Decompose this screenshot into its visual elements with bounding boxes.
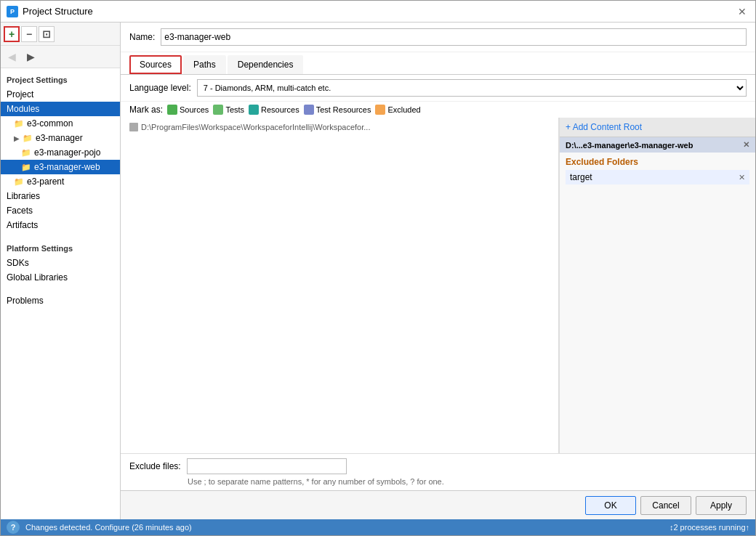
right-panel: Name: Sources Paths Dependencies Languag… [121, 23, 755, 519]
project-structure-window: P Project Structure ✕ + − ⊡ ◀ ▶ Project … [0, 0, 756, 536]
mark-as-label: Mark as: [129, 105, 163, 115]
folder-icon: 📁 [21, 163, 31, 172]
name-label: Name: [129, 32, 155, 42]
content-root-icon [129, 123, 138, 131]
module-label: e3-common [27, 118, 73, 129]
sidebar-item-project[interactable]: Project [1, 87, 120, 102]
module-label: e3-manager-pojo [34, 147, 100, 158]
exclude-files-row: Exclude files: [129, 458, 747, 474]
sidebar-item-artifacts[interactable]: Artifacts [1, 218, 120, 232]
content-area: D:\ProgramFiles\Workspace\WorkspaceforIn… [121, 118, 755, 453]
tab-paths[interactable]: Paths [183, 55, 226, 74]
sidebar-item-facets[interactable]: Facets [1, 203, 120, 218]
tab-dependencies[interactable]: Dependencies [228, 55, 304, 74]
ok-button[interactable]: OK [585, 496, 636, 515]
main-content: + − ⊡ ◀ ▶ Project Settings Project Modul… [1, 23, 755, 519]
language-level-label: Language level: [129, 83, 191, 93]
module-e3-manager-web[interactable]: 📁 e3-manager-web [1, 160, 120, 174]
add-content-root-button[interactable]: + Add Content Root [566, 122, 642, 132]
root-path: D:\ProgramFiles\Workspace\WorkspaceforIn… [141, 123, 370, 131]
app-icon: P [7, 6, 18, 17]
nav-row: ◀ ▶ [1, 46, 120, 68]
folder-icon: 📁 [21, 148, 31, 158]
libraries-label: Libraries [7, 191, 40, 201]
exclude-files-input[interactable] [187, 458, 347, 474]
status-bar: ? Changes detected. Configure (26 minute… [1, 519, 755, 535]
sidebar-item-sdks[interactable]: SDKs [1, 256, 120, 270]
copy-module-button[interactable]: ⊡ [39, 26, 55, 42]
problems-label: Problems [7, 296, 44, 306]
excluded-badge-icon [375, 105, 385, 115]
exclude-files-label: Exclude files: [129, 461, 181, 471]
window-title: Project Structure [23, 6, 93, 17]
content-roots-tree: D:\ProgramFiles\Workspace\WorkspaceforIn… [121, 118, 559, 453]
project-label: Project [7, 89, 33, 100]
folder-icon: 📁 [14, 177, 24, 187]
module-e3-manager[interactable]: ▶ 📁 e3-manager [1, 131, 120, 145]
back-button[interactable]: ◀ [4, 49, 20, 65]
sdks-label: SDKs [7, 258, 29, 268]
project-settings-label: Project Settings [1, 73, 120, 87]
module-label: e3-manager-web [34, 162, 100, 172]
language-level-row: Language level: 7 - Diamonds, ARM, multi… [121, 75, 755, 102]
folder-icon: 📁 [23, 134, 33, 143]
module-path-close-icon[interactable]: ✕ [743, 140, 749, 150]
excluded-section: Excluded Folders target ✕ [560, 153, 755, 189]
bottom-area: Exclude files: Use ; to separate name pa… [121, 453, 755, 490]
expand-arrow: ▶ [14, 134, 20, 142]
badge-resources[interactable]: Resources [249, 105, 299, 115]
tree-item-root[interactable]: D:\ProgramFiles\Workspace\WorkspaceforIn… [121, 121, 558, 134]
info-header: + Add Content Root [560, 118, 755, 137]
platform-settings-label: Platform Settings [1, 241, 120, 256]
apply-button[interactable]: Apply [696, 496, 747, 515]
info-panel: + Add Content Root D:\...e3-manager\e3-m… [559, 118, 755, 453]
dialog-footer: OK Cancel Apply [121, 490, 755, 519]
module-e3-common[interactable]: 📁 e3-common [1, 116, 120, 131]
name-input[interactable] [161, 28, 747, 46]
add-module-button[interactable]: + [4, 26, 20, 42]
excluded-item-target: target ✕ [566, 170, 749, 184]
artifacts-label: Artifacts [7, 220, 38, 230]
module-path-text: D:\...e3-manager\e3-manager-web [566, 141, 693, 150]
platform-settings-section: Platform Settings SDKs Global Libraries [1, 237, 120, 289]
status-text-left: Changes detected. Configure (26 minutes … [25, 523, 192, 532]
sidebar-item-global-libraries[interactable]: Global Libraries [1, 270, 120, 285]
sidebar-item-libraries[interactable]: Libraries [1, 189, 120, 203]
name-row: Name: [121, 23, 755, 52]
module-e3-manager-pojo[interactable]: 📁 e3-manager-pojo [1, 145, 120, 160]
exclude-hint: Use ; to separate name patterns, * for a… [129, 477, 747, 486]
facets-label: Facets [7, 206, 33, 216]
status-text-right: ↕2 processes running↑ [669, 523, 749, 532]
mark-as-row: Mark as: Sources Tests Resources Test Re… [121, 102, 755, 118]
badge-excluded[interactable]: Excluded [375, 105, 420, 115]
title-bar: P Project Structure ✕ [1, 1, 755, 23]
forward-button[interactable]: ▶ [23, 49, 39, 65]
remove-module-button[interactable]: − [21, 26, 37, 42]
tabs-row: Sources Paths Dependencies [121, 52, 755, 75]
cancel-button[interactable]: Cancel [640, 496, 691, 515]
module-e3-parent[interactable]: 📁 e3-parent [1, 174, 120, 189]
folder-icon: 📁 [14, 119, 24, 129]
excluded-folders-label: Excluded Folders [566, 157, 749, 167]
global-libraries-label: Global Libraries [7, 272, 68, 283]
badge-tests[interactable]: Tests [213, 105, 244, 115]
remove-excluded-icon[interactable]: ✕ [739, 173, 745, 182]
sidebar-toolbar: + − ⊡ [1, 23, 120, 46]
sources-badge-icon [167, 105, 177, 115]
modules-label: Modules [7, 104, 39, 114]
project-settings-section: Project Settings Project Modules 📁 e3-co… [1, 68, 120, 237]
badge-test-resources[interactable]: Test Resources [304, 105, 371, 115]
module-path-bar: D:\...e3-manager\e3-manager-web ✕ [560, 137, 755, 153]
tab-sources[interactable]: Sources [129, 55, 182, 74]
title-bar-left: P Project Structure [7, 6, 93, 17]
sidebar-item-problems[interactable]: Problems [1, 293, 120, 308]
problems-section: Problems [1, 289, 120, 312]
test-resources-badge-icon [304, 105, 314, 115]
badge-sources[interactable]: Sources [167, 105, 209, 115]
module-label: e3-manager [36, 133, 83, 143]
excluded-item-label: target [570, 172, 592, 182]
help-button[interactable]: ? [7, 521, 20, 534]
sidebar-item-modules[interactable]: Modules [1, 102, 120, 116]
language-level-select[interactable]: 7 - Diamonds, ARM, multi-catch etc. [197, 79, 747, 97]
close-button[interactable]: ✕ [735, 4, 749, 19]
